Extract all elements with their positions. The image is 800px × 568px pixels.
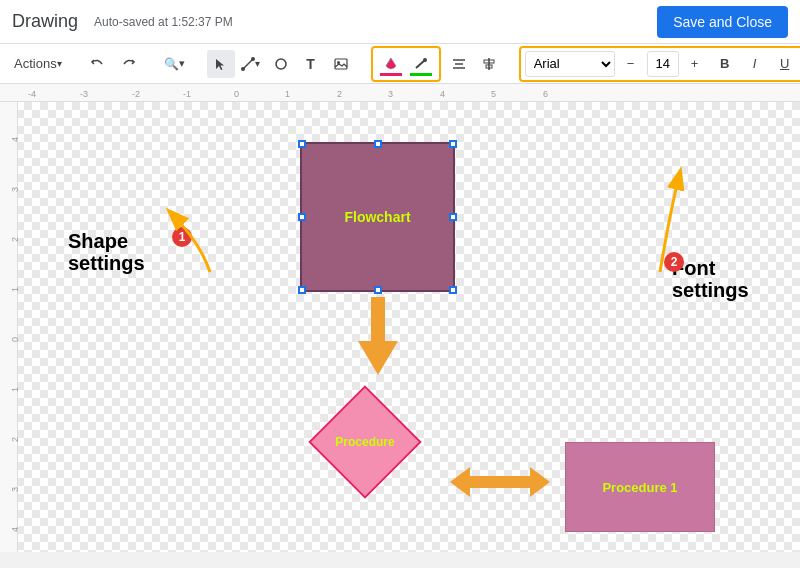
svg-text:Procedure: Procedure (335, 435, 395, 449)
svg-point-1 (241, 67, 245, 71)
underline-button[interactable]: U (771, 50, 799, 78)
font-size-increase[interactable]: + (681, 50, 709, 78)
app-title: Drawing (12, 11, 78, 32)
horizontal-ruler: -4 -3 -2 -1 0 1 2 3 4 5 6 (0, 84, 800, 102)
down-arrow-shape[interactable] (358, 297, 398, 377)
svg-point-6 (423, 58, 427, 62)
svg-rect-20 (371, 297, 385, 342)
italic-button[interactable]: I (741, 50, 769, 78)
redo-button[interactable] (114, 50, 142, 78)
save-close-button[interactable]: Save and Close (657, 6, 788, 38)
font-size-input[interactable] (647, 51, 679, 77)
shape-settings-group (371, 46, 441, 82)
select-tool[interactable] (207, 50, 235, 78)
handle-br[interactable] (449, 286, 457, 294)
procedure1-shape[interactable]: Procedure 1 (565, 442, 715, 532)
text-tool[interactable]: T (297, 50, 325, 78)
flowchart-label: Flowchart (344, 209, 410, 225)
handle-tl[interactable] (298, 140, 306, 148)
svg-rect-4 (335, 59, 347, 69)
annotation-badge-1: 1 (172, 227, 192, 247)
font-family-select[interactable]: Arial (525, 51, 615, 77)
svg-marker-21 (358, 341, 398, 375)
svg-line-0 (243, 59, 253, 69)
canvas-area[interactable]: 4 3 2 1 0 1 2 3 4 Flowchart Procedure (0, 102, 800, 552)
font-size-decrease[interactable]: − (617, 50, 645, 78)
svg-marker-24 (450, 467, 550, 497)
bold-button[interactable]: B (711, 50, 739, 78)
zoom-control[interactable]: 🔍 ▾ (158, 50, 191, 78)
line-tool[interactable]: ▾ (237, 50, 265, 78)
handle-tr[interactable] (449, 140, 457, 148)
image-tool[interactable] (327, 50, 355, 78)
fill-color-button[interactable] (377, 50, 405, 78)
align-v-button[interactable] (475, 50, 503, 78)
annotation-arrow-2 (580, 152, 710, 282)
font-settings-group: Arial − + B I U A (519, 46, 800, 82)
procedure-shape[interactable]: Procedure (305, 382, 425, 502)
handle-tm[interactable] (374, 140, 382, 148)
procedure1-label: Procedure 1 (602, 480, 677, 495)
actions-menu[interactable]: Actions ▾ (8, 50, 68, 78)
line-color-button[interactable] (407, 50, 435, 78)
font-settings-label: Fontsettings (672, 257, 749, 301)
double-arrow-shape[interactable] (450, 462, 550, 502)
handle-ml[interactable] (298, 213, 306, 221)
annotation-arrow-1 (130, 202, 250, 282)
shape-tool[interactable] (267, 50, 295, 78)
handle-mr[interactable] (449, 213, 457, 221)
svg-point-3 (276, 59, 286, 69)
handle-bl[interactable] (298, 286, 306, 294)
autosave-status: Auto-saved at 1:52:37 PM (94, 15, 233, 29)
svg-point-5 (337, 61, 340, 64)
flowchart-shape[interactable]: Flowchart (300, 142, 455, 292)
annotation-badge-2: 2 (664, 252, 684, 272)
undo-button[interactable] (84, 50, 112, 78)
align-h-button[interactable] (445, 50, 473, 78)
handle-bm[interactable] (374, 286, 382, 294)
vertical-ruler: 4 3 2 1 0 1 2 3 4 (0, 102, 18, 552)
shape-settings-label: Shapesettings (68, 230, 145, 274)
